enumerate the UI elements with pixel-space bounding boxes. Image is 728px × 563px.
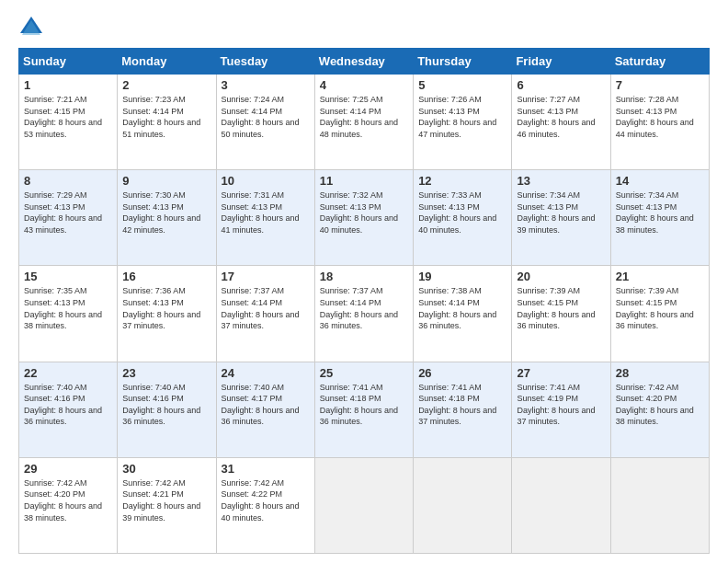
calendar-table: SundayMondayTuesdayWednesdayThursdayFrid…	[18, 48, 710, 554]
empty-cell	[610, 457, 709, 553]
day-cell-27: 27Sunrise: 7:41 AM Sunset: 4:19 PM Dayli…	[512, 362, 610, 457]
day-number: 16	[122, 270, 210, 283]
day-info: Sunrise: 7:31 AM Sunset: 4:13 PM Dayligh…	[222, 190, 310, 236]
day-cell-16: 16Sunrise: 7:36 AM Sunset: 4:13 PM Dayli…	[118, 266, 216, 362]
day-info: Sunrise: 7:42 AM Sunset: 4:21 PM Dayligh…	[122, 477, 210, 523]
day-info: Sunrise: 7:40 AM Sunset: 4:17 PM Dayligh…	[222, 382, 310, 428]
day-number: 3	[222, 78, 310, 92]
day-cell-12: 12Sunrise: 7:33 AM Sunset: 4:13 PM Dayli…	[414, 170, 512, 266]
day-cell-21: 21Sunrise: 7:39 AM Sunset: 4:15 PM Dayli…	[610, 266, 709, 362]
header	[18, 15, 710, 40]
day-info: Sunrise: 7:21 AM Sunset: 4:15 PM Dayligh…	[24, 94, 112, 140]
day-info: Sunrise: 7:28 AM Sunset: 4:13 PM Dayligh…	[616, 94, 704, 140]
day-cell-3: 3Sunrise: 7:24 AM Sunset: 4:14 PM Daylig…	[216, 75, 314, 170]
day-number: 25	[320, 366, 408, 380]
day-number: 6	[517, 78, 605, 92]
day-cell-5: 5Sunrise: 7:26 AM Sunset: 4:13 PM Daylig…	[414, 75, 512, 170]
day-info: Sunrise: 7:37 AM Sunset: 4:14 PM Dayligh…	[222, 285, 310, 331]
header-cell-saturday: Saturday	[610, 49, 709, 75]
week-row-5: 29Sunrise: 7:42 AM Sunset: 4:20 PM Dayli…	[19, 457, 710, 553]
day-number: 24	[222, 366, 310, 380]
day-info: Sunrise: 7:37 AM Sunset: 4:14 PM Dayligh…	[320, 285, 408, 331]
header-cell-monday: Monday	[118, 49, 216, 75]
day-number: 5	[418, 78, 506, 92]
day-cell-22: 22Sunrise: 7:40 AM Sunset: 4:16 PM Dayli…	[19, 362, 118, 457]
day-cell-1: 1Sunrise: 7:21 AM Sunset: 4:15 PM Daylig…	[19, 75, 118, 170]
day-info: Sunrise: 7:26 AM Sunset: 4:13 PM Dayligh…	[418, 94, 506, 140]
day-cell-20: 20Sunrise: 7:39 AM Sunset: 4:15 PM Dayli…	[512, 266, 610, 362]
day-number: 12	[418, 174, 506, 188]
day-number: 13	[517, 174, 605, 188]
day-number: 2	[122, 78, 210, 92]
day-info: Sunrise: 7:41 AM Sunset: 4:18 PM Dayligh…	[320, 382, 408, 428]
day-info: Sunrise: 7:42 AM Sunset: 4:22 PM Dayligh…	[222, 477, 310, 523]
day-info: Sunrise: 7:42 AM Sunset: 4:20 PM Dayligh…	[24, 477, 112, 523]
day-cell-17: 17Sunrise: 7:37 AM Sunset: 4:14 PM Dayli…	[216, 266, 314, 362]
day-info: Sunrise: 7:40 AM Sunset: 4:16 PM Dayligh…	[122, 382, 210, 428]
day-info: Sunrise: 7:23 AM Sunset: 4:14 PM Dayligh…	[122, 94, 210, 140]
header-cell-friday: Friday	[512, 49, 610, 75]
empty-cell	[414, 457, 512, 553]
day-info: Sunrise: 7:29 AM Sunset: 4:13 PM Dayligh…	[24, 190, 112, 236]
day-cell-11: 11Sunrise: 7:32 AM Sunset: 4:13 PM Dayli…	[314, 170, 413, 266]
day-info: Sunrise: 7:39 AM Sunset: 4:15 PM Dayligh…	[616, 285, 704, 331]
day-number: 4	[320, 78, 408, 92]
day-number: 18	[320, 270, 408, 283]
day-cell-26: 26Sunrise: 7:41 AM Sunset: 4:18 PM Dayli…	[414, 362, 512, 457]
day-cell-4: 4Sunrise: 7:25 AM Sunset: 4:14 PM Daylig…	[314, 75, 413, 170]
day-number: 7	[616, 78, 704, 92]
day-number: 1	[24, 78, 112, 92]
day-number: 11	[320, 174, 408, 188]
week-row-4: 22Sunrise: 7:40 AM Sunset: 4:16 PM Dayli…	[19, 362, 710, 457]
day-info: Sunrise: 7:34 AM Sunset: 4:13 PM Dayligh…	[616, 190, 704, 236]
day-number: 15	[24, 270, 112, 283]
day-info: Sunrise: 7:36 AM Sunset: 4:13 PM Dayligh…	[122, 285, 210, 331]
day-number: 19	[418, 270, 506, 283]
day-number: 8	[24, 174, 112, 188]
day-number: 27	[517, 366, 605, 380]
day-cell-28: 28Sunrise: 7:42 AM Sunset: 4:20 PM Dayli…	[610, 362, 709, 457]
day-number: 17	[222, 270, 310, 283]
day-cell-31: 31Sunrise: 7:42 AM Sunset: 4:22 PM Dayli…	[216, 457, 314, 553]
day-info: Sunrise: 7:27 AM Sunset: 4:13 PM Dayligh…	[517, 94, 605, 140]
week-row-1: 1Sunrise: 7:21 AM Sunset: 4:15 PM Daylig…	[19, 75, 710, 170]
empty-cell	[512, 457, 610, 553]
day-number: 14	[616, 174, 704, 188]
day-info: Sunrise: 7:39 AM Sunset: 4:15 PM Dayligh…	[517, 285, 605, 331]
day-number: 26	[418, 366, 506, 380]
day-number: 10	[222, 174, 310, 188]
day-number: 31	[222, 462, 310, 476]
day-info: Sunrise: 7:40 AM Sunset: 4:16 PM Dayligh…	[24, 382, 112, 428]
logo-icon	[18, 15, 44, 40]
day-cell-10: 10Sunrise: 7:31 AM Sunset: 4:13 PM Dayli…	[216, 170, 314, 266]
day-number: 9	[122, 174, 210, 188]
day-number: 20	[517, 270, 605, 283]
header-cell-tuesday: Tuesday	[216, 49, 314, 75]
day-info: Sunrise: 7:41 AM Sunset: 4:19 PM Dayligh…	[517, 382, 605, 428]
day-number: 28	[616, 366, 704, 380]
day-number: 22	[24, 366, 112, 380]
header-row: SundayMondayTuesdayWednesdayThursdayFrid…	[19, 49, 710, 75]
day-number: 21	[616, 270, 704, 283]
day-cell-19: 19Sunrise: 7:38 AM Sunset: 4:14 PM Dayli…	[414, 266, 512, 362]
day-cell-29: 29Sunrise: 7:42 AM Sunset: 4:20 PM Dayli…	[19, 457, 118, 553]
day-info: Sunrise: 7:42 AM Sunset: 4:20 PM Dayligh…	[616, 382, 704, 428]
day-number: 23	[122, 366, 210, 380]
week-row-3: 15Sunrise: 7:35 AM Sunset: 4:13 PM Dayli…	[19, 266, 710, 362]
day-info: Sunrise: 7:25 AM Sunset: 4:14 PM Dayligh…	[320, 94, 408, 140]
day-info: Sunrise: 7:41 AM Sunset: 4:18 PM Dayligh…	[418, 382, 506, 428]
day-number: 30	[122, 462, 210, 476]
page: SundayMondayTuesdayWednesdayThursdayFrid…	[0, 0, 728, 563]
empty-cell	[314, 457, 413, 553]
day-info: Sunrise: 7:34 AM Sunset: 4:13 PM Dayligh…	[517, 190, 605, 236]
day-info: Sunrise: 7:32 AM Sunset: 4:13 PM Dayligh…	[320, 190, 408, 236]
header-cell-thursday: Thursday	[414, 49, 512, 75]
day-cell-18: 18Sunrise: 7:37 AM Sunset: 4:14 PM Dayli…	[314, 266, 413, 362]
day-cell-14: 14Sunrise: 7:34 AM Sunset: 4:13 PM Dayli…	[610, 170, 709, 266]
day-cell-30: 30Sunrise: 7:42 AM Sunset: 4:21 PM Dayli…	[118, 457, 216, 553]
day-info: Sunrise: 7:33 AM Sunset: 4:13 PM Dayligh…	[418, 190, 506, 236]
day-cell-25: 25Sunrise: 7:41 AM Sunset: 4:18 PM Dayli…	[314, 362, 413, 457]
day-cell-8: 8Sunrise: 7:29 AM Sunset: 4:13 PM Daylig…	[19, 170, 118, 266]
day-cell-23: 23Sunrise: 7:40 AM Sunset: 4:16 PM Dayli…	[118, 362, 216, 457]
day-info: Sunrise: 7:35 AM Sunset: 4:13 PM Dayligh…	[24, 285, 112, 331]
